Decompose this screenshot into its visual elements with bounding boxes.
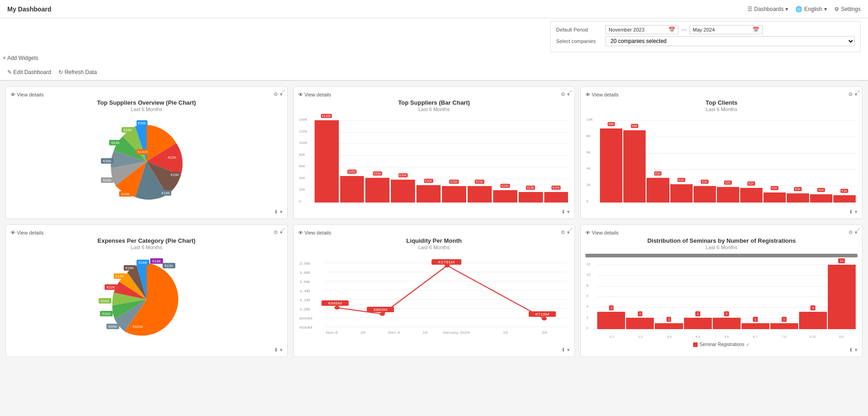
bar-item: €43K bbox=[365, 178, 389, 203]
resize-handle-6[interactable]: ⤢ bbox=[857, 227, 860, 232]
widget-footer-2[interactable]: ⬇ ▾ bbox=[561, 209, 570, 215]
pie-chart-1: €140K €22K €19K €19K €45K €43K €39K €43K… bbox=[11, 116, 283, 207]
gear-icon-1[interactable]: ⚙ bbox=[274, 91, 278, 97]
expand-icon-3[interactable]: ▾ bbox=[855, 209, 857, 215]
svg-point-59 bbox=[542, 317, 547, 320]
nav-right: ☰ Dashboards ▾ 🌐 English ▾ ⚙ Settings bbox=[747, 6, 861, 12]
svg-text:€22K: €22K bbox=[168, 155, 176, 160]
svg-text:€43K: €43K bbox=[103, 178, 111, 182]
widget-footer-1[interactable]: ⬇ ▾ bbox=[274, 209, 283, 215]
view-details-1[interactable]: 👁 View details bbox=[11, 92, 44, 97]
bar-item: €140K bbox=[315, 120, 339, 203]
date-to-input[interactable]: May 2024 📅 bbox=[689, 25, 763, 34]
widget-footer-3[interactable]: ⬇ ▾ bbox=[849, 209, 857, 215]
add-widgets-bar: + Add Widgets bbox=[0, 52, 868, 64]
widget-subtitle-4: Last 6 Months bbox=[11, 245, 283, 250]
bar-seminar-item: 3 bbox=[597, 312, 625, 329]
edit-dashboard-button[interactable]: ✎ Edit Dashboard bbox=[7, 69, 51, 75]
widget-footer-6[interactable]: ⬇ ▾ bbox=[849, 347, 857, 353]
widget-liquidity: ⤢ 👁 View details ⚙ ▾ Liquidity Per Month… bbox=[293, 224, 575, 357]
svg-text:€39K: €39K bbox=[103, 159, 111, 163]
calendar-icon2[interactable]: 📅 bbox=[752, 27, 759, 33]
widget-controls-6: ⚙ ▾ bbox=[848, 229, 857, 235]
gear-icon-3[interactable]: ⚙ bbox=[848, 91, 853, 97]
view-details-4[interactable]: 👁 View details bbox=[11, 230, 44, 235]
toolbar: ✎ Edit Dashboard ↻ Refresh Data bbox=[0, 64, 868, 80]
widget-subtitle-6: Last 6 Months bbox=[585, 245, 857, 250]
page-title: My Dashboard bbox=[7, 5, 51, 13]
bar-seminar-item: 2 bbox=[626, 318, 654, 329]
bar-item: €22K bbox=[493, 190, 517, 203]
resize-handle[interactable]: ⤢ bbox=[282, 89, 285, 94]
view-details-3[interactable]: 👁 View details bbox=[585, 92, 619, 97]
resize-handle-2[interactable]: ⤢ bbox=[569, 89, 573, 94]
widget-header-1: 👁 View details ⚙ ▾ bbox=[11, 91, 283, 97]
download-icon-5[interactable]: ⬇ bbox=[561, 347, 565, 353]
bar-item: €2K bbox=[694, 186, 716, 203]
widget-title-3: Top Clients bbox=[585, 99, 857, 106]
chevron-down-icon: ▾ bbox=[785, 6, 788, 12]
resize-handle-5[interactable]: ⤢ bbox=[569, 227, 573, 232]
gear-icon-4[interactable]: ⚙ bbox=[274, 229, 278, 235]
download-icon-3[interactable]: ⬇ bbox=[849, 209, 853, 215]
bar-item: €2K bbox=[740, 188, 763, 203]
resize-handle-4[interactable]: ⤢ bbox=[282, 227, 285, 232]
download-icon-4[interactable]: ⬇ bbox=[274, 347, 278, 353]
svg-text:600M: 600M bbox=[299, 325, 312, 330]
svg-text:€140K: €140K bbox=[137, 150, 148, 154]
widget-controls-4: ⚙ ▾ bbox=[274, 229, 283, 235]
view-details-5[interactable]: 👁 View details bbox=[298, 230, 331, 235]
widget-subtitle-1: Last 6 Months bbox=[11, 107, 283, 112]
gear-icon-5[interactable]: ⚙ bbox=[561, 229, 565, 235]
widget-expenses-pie: ⤢ 👁 View details ⚙ ▾ Expenses Per Catego… bbox=[5, 224, 288, 357]
calendar-icon[interactable]: 📅 bbox=[668, 27, 675, 33]
bar-item: €2K bbox=[670, 184, 693, 203]
bar-seminar-item: 1 bbox=[770, 323, 798, 329]
widget-footer-5[interactable]: ⬇ ▾ bbox=[561, 347, 570, 353]
download-icon-6[interactable]: ⬇ bbox=[849, 347, 853, 353]
eye-icon-2: 👁 bbox=[298, 92, 303, 97]
bar-item: €9K bbox=[623, 130, 646, 203]
gear-icon-6[interactable]: ⚙ bbox=[848, 229, 853, 235]
expand-icon-1[interactable]: ▾ bbox=[280, 209, 283, 215]
add-widgets-button[interactable]: + Add Widgets bbox=[3, 55, 38, 61]
expand-icon-2[interactable]: ▾ bbox=[567, 209, 570, 215]
widget-top-suppliers-bar: ⤢ 👁 View details ⚙ ▾ Top Suppliers (Bar … bbox=[293, 86, 575, 219]
widget-title-1: Top Suppliers Overview (Pie Chart) bbox=[11, 99, 283, 106]
chart-legend: Seminar Registrations ✓ bbox=[585, 342, 857, 347]
svg-text:2.0B: 2.0B bbox=[299, 261, 310, 266]
download-icon-2[interactable]: ⬇ bbox=[561, 209, 565, 215]
expand-icon-6[interactable]: ▾ bbox=[855, 347, 857, 353]
widget-title-2: Top Suppliers (Bar Chart) bbox=[298, 99, 570, 106]
dashboards-menu[interactable]: ☰ Dashboards ▾ bbox=[747, 6, 789, 12]
svg-text:€19K: €19K bbox=[161, 191, 170, 195]
bar-item: €3K bbox=[647, 178, 669, 203]
expand-icon-5[interactable]: ▾ bbox=[567, 347, 570, 353]
widget-footer-4[interactable]: ⬇ ▾ bbox=[274, 347, 283, 353]
date-from-input[interactable]: November 2023 📅 bbox=[605, 25, 679, 34]
svg-text:18: 18 bbox=[422, 331, 427, 334]
svg-text:€863M: €863M bbox=[374, 308, 387, 311]
download-icon-1[interactable]: ⬇ bbox=[274, 209, 278, 215]
bar-seminar-item: 1 bbox=[655, 323, 683, 329]
svg-text:29: 29 bbox=[542, 331, 547, 334]
resize-handle-3[interactable]: ⤢ bbox=[857, 89, 860, 94]
bar-item: €1K bbox=[810, 194, 832, 203]
language-menu[interactable]: 🌐 English ▾ bbox=[795, 6, 826, 12]
view-details-2[interactable]: 👁 View details bbox=[298, 92, 331, 97]
toolbar-left: ✎ Edit Dashboard ↻ Refresh Data bbox=[7, 69, 97, 75]
default-period-row: Default Period November 2023 📅 — May 202… bbox=[556, 25, 855, 34]
companies-select[interactable]: 20 companies selected bbox=[605, 36, 855, 46]
eye-icon-6: 👁 bbox=[585, 230, 590, 235]
gear-icon-2[interactable]: ⚙ bbox=[561, 91, 565, 97]
svg-text:€13K: €13K bbox=[164, 264, 173, 268]
top-nav: My Dashboard ☰ Dashboards ▾ 🌐 English ▾ … bbox=[0, 0, 868, 18]
legend-color bbox=[693, 342, 698, 347]
svg-point-57 bbox=[379, 312, 384, 316]
widget-controls-1: ⚙ ▾ bbox=[274, 91, 283, 97]
refresh-data-button[interactable]: ↻ Refresh Data bbox=[58, 69, 97, 75]
expand-icon-4[interactable]: ▾ bbox=[280, 347, 283, 353]
settings-menu[interactable]: ⚙ Settings bbox=[834, 6, 861, 12]
view-details-6[interactable]: 👁 View details bbox=[585, 230, 619, 235]
widget-header-3: 👁 View details ⚙ ▾ bbox=[585, 91, 857, 97]
